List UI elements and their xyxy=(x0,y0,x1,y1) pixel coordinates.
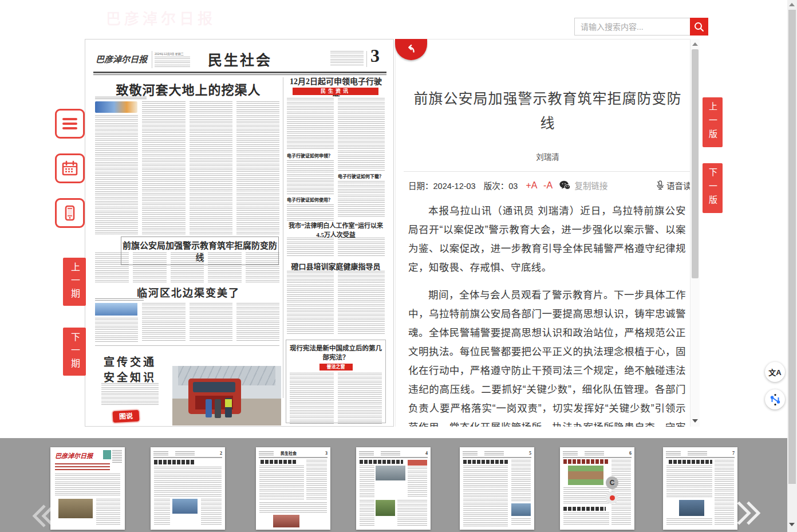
thumb-rule xyxy=(666,457,735,458)
thumb-text xyxy=(360,500,374,526)
thumb-text xyxy=(154,467,222,496)
feature-title[interactable]: 宣传交通 安全知识 xyxy=(99,353,161,384)
thumb-text xyxy=(666,466,712,498)
contents-button[interactable] xyxy=(55,109,85,139)
scroll-up-arrow[interactable] xyxy=(692,42,698,46)
text-column xyxy=(208,253,242,282)
carousel-prev-button[interactable] xyxy=(30,502,57,532)
thumbnail-page-4[interactable]: 4 xyxy=(356,447,431,530)
font-increase-button[interactable]: +A xyxy=(526,180,538,191)
thumbnail-page-5[interactable]: 5 xyxy=(460,447,534,530)
epaper-reader-page: 巴彦淖尔日报 巴彦淖尔日报 2024年12月3日 星期二 民生社会 3 致敬河套… xyxy=(0,0,797,532)
headline-health-guide[interactable]: 磴口县培训家庭健康指导员 xyxy=(287,261,385,271)
headline-constitution[interactable]: 现行宪法是新中国成立后的第几部宪法？ xyxy=(290,343,382,361)
thumb-page-number: 3 xyxy=(325,451,328,456)
thumb-section xyxy=(585,451,604,455)
thumb-headline-red xyxy=(563,459,609,464)
thumb-text xyxy=(666,518,712,526)
thumb-text xyxy=(259,502,327,514)
article2-text xyxy=(95,253,279,282)
thumbnail-page-7[interactable]: 7 xyxy=(663,447,737,530)
thumb-text xyxy=(259,466,304,500)
font-decrease-button[interactable]: -A xyxy=(543,180,553,191)
thumb-text xyxy=(154,499,170,526)
mascot-capture-button[interactable]: C xyxy=(606,476,618,489)
page-scrollbar[interactable] xyxy=(787,0,797,532)
thumb-page-number: 6 xyxy=(629,451,632,456)
law-window-label: 普法之窗 xyxy=(319,364,353,371)
text-column xyxy=(287,238,334,257)
right-col-text3 xyxy=(287,271,385,335)
article-meta-row: 日期：2024-12-03 版次：03 +A -A 复制链接 语音读报 xyxy=(408,179,700,191)
text-columns xyxy=(290,373,382,425)
scrollbar-thumb[interactable] xyxy=(692,49,699,278)
smartphone-icon xyxy=(61,204,78,222)
thumb-page-number: 7 xyxy=(732,451,735,456)
article-panel: 前旗公安局加强警示教育筑牢拒腐防变防线 刘瑞清 日期：2024-12-03 版次… xyxy=(395,39,700,427)
thumb-text xyxy=(397,500,427,526)
prev-issue-button[interactable]: 上一期 xyxy=(63,258,86,306)
copy-link-button[interactable]: 复制链接 xyxy=(574,179,607,191)
thumb-text xyxy=(408,467,427,498)
thumbnail-page-3[interactable]: 民生社会3 xyxy=(256,447,330,530)
newspaper-page-image[interactable]: 巴彦淖尔日报 2024年12月3日 星期二 民生社会 3 致敬河套大地上的挖渠人… xyxy=(85,39,394,427)
thumb-photo xyxy=(273,515,299,527)
editor-credits xyxy=(330,51,364,66)
wechat-share-icon[interactable] xyxy=(559,180,570,190)
thumbnail-page-2[interactable]: 2 xyxy=(151,447,225,530)
thumb-rule xyxy=(259,457,328,458)
feature-text xyxy=(101,383,159,406)
article-author: 刘瑞清 xyxy=(396,151,700,162)
translate-fab[interactable]: 文A xyxy=(765,362,785,382)
article-paragraph: 本报乌拉山讯（通讯员 刘瑞清）近日，乌拉特前旗公安局召开“以案促改”警示教育大会… xyxy=(408,202,686,277)
thumb-aerial-photo xyxy=(568,466,603,485)
thumb-logo xyxy=(666,451,681,455)
figure-man2 xyxy=(215,399,221,418)
thumb-headline xyxy=(360,460,403,464)
next-page-button[interactable]: 下一版 xyxy=(703,163,723,213)
headline-main[interactable]: 致敬河套大地上的挖渠人 xyxy=(102,80,274,98)
thumb-text xyxy=(201,499,222,526)
thumb-headline xyxy=(463,460,509,464)
scroll-down-arrow[interactable] xyxy=(692,419,698,423)
text-column xyxy=(338,238,385,257)
thumb-logo xyxy=(563,451,578,455)
thumb-photo xyxy=(376,466,405,480)
traffic-safety-photo xyxy=(172,366,281,425)
thumb-headline-red xyxy=(55,463,110,471)
text-block xyxy=(338,98,385,171)
carousel-next-button[interactable] xyxy=(735,499,763,530)
thumb-page-number: 5 xyxy=(529,451,531,456)
search-button[interactable] xyxy=(690,18,708,36)
search-bar xyxy=(574,18,704,36)
search-input[interactable] xyxy=(574,18,690,36)
text-column xyxy=(290,373,334,425)
prev-page-button[interactable]: 上一版 xyxy=(703,97,723,147)
article-scrollbar[interactable] xyxy=(690,39,700,427)
news-flash-label: 民生资讯 xyxy=(293,88,378,95)
calendar-button[interactable] xyxy=(55,153,85,183)
thumb-logo xyxy=(259,451,274,455)
thumb-logo xyxy=(153,451,168,455)
text-column xyxy=(142,101,185,235)
page-scrollbar-thumb[interactable] xyxy=(788,10,796,484)
text-column xyxy=(190,303,232,342)
thumbnail-page-1[interactable]: 巴彦淖尔日报 xyxy=(50,447,125,530)
thumb-headline xyxy=(669,460,712,464)
headline-canal[interactable]: 临河区北边渠变美了 xyxy=(120,285,257,300)
thumb-photo xyxy=(679,500,704,516)
thumb-text xyxy=(360,466,374,498)
thumbnail-page-6[interactable]: 6 xyxy=(560,447,634,530)
mascot-record-button[interactable] xyxy=(606,491,618,504)
page-number: 3 xyxy=(370,45,380,66)
next-issue-button[interactable]: 下一期 xyxy=(63,328,86,376)
photo-story-stamp: 图说 xyxy=(113,410,140,423)
page-scroll-up-arrow[interactable] xyxy=(789,3,795,6)
page-scroll-down-arrow[interactable] xyxy=(789,523,795,526)
network-fab[interactable] xyxy=(765,389,785,409)
thumb-rule xyxy=(153,457,222,458)
article1-text xyxy=(95,101,279,235)
headline-law-studio[interactable]: 我市“法律明白人工作室”运行以来4.5万人次受益 xyxy=(287,220,385,239)
mobile-version-button[interactable] xyxy=(55,198,85,228)
subhead-use: 电子行驶证如何使用？ xyxy=(287,196,334,203)
